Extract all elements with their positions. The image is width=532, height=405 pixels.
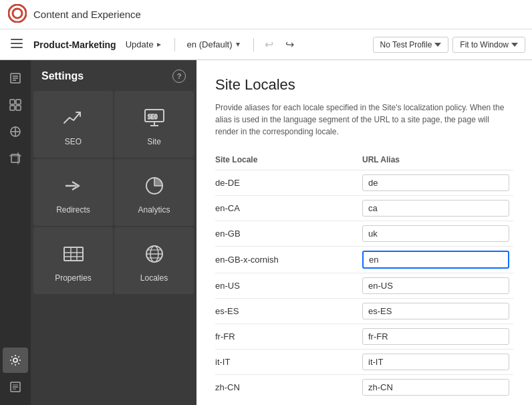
url-alias-input[interactable] — [362, 277, 509, 294]
main-layout: Settings ? SEO — [0, 60, 532, 405]
separator-1 — [174, 38, 175, 51]
table-row: fr-FR — [215, 324, 513, 350]
alias-cell — [362, 375, 513, 400]
locale-cell: de-DE — [215, 170, 362, 196]
table-row: en-CA — [215, 196, 513, 221]
sidebar-item-structure[interactable] — [3, 92, 28, 118]
svg-rect-2 — [11, 39, 23, 40]
properties-label: Properties — [55, 273, 92, 283]
sidebar-item-export[interactable] — [3, 374, 28, 400]
svg-rect-36 — [64, 247, 83, 261]
pie-chart-icon — [142, 174, 166, 200]
table-row: it-IT — [215, 350, 513, 375]
redo-button[interactable]: ↪ — [281, 35, 298, 53]
site-name: Product-Marketing — [33, 39, 116, 50]
alias-cell — [362, 324, 513, 350]
sidebar-item-settings[interactable] — [3, 348, 28, 373]
redirect-icon — [61, 174, 86, 200]
url-alias-input[interactable] — [362, 200, 509, 217]
content-description: Provide aliases for each locale specifie… — [215, 102, 509, 138]
svg-point-23 — [13, 358, 17, 362]
settings-tile-seo[interactable]: SEO — [33, 91, 113, 158]
fit-to-window-button[interactable]: Fit to Window — [452, 37, 525, 53]
url-alias-input[interactable] — [362, 251, 509, 269]
settings-help-button[interactable]: ? — [172, 70, 186, 83]
title-bar: Content and Experience — [0, 0, 532, 29]
app-logo — [8, 4, 27, 25]
alias-cell — [362, 247, 513, 273]
sidebar-item-crop[interactable] — [3, 146, 28, 171]
col-site-locale: Site Locale — [215, 151, 362, 170]
locale-cell: fr-FR — [215, 324, 362, 350]
url-alias-input[interactable] — [362, 225, 509, 242]
alias-cell — [362, 221, 513, 247]
table-icon — [61, 242, 86, 268]
redirects-label: Redirects — [56, 205, 90, 215]
settings-tile-redirects[interactable]: Redirects — [33, 159, 113, 226]
alias-cell — [362, 170, 513, 196]
menu-button[interactable] — [7, 35, 27, 54]
settings-tile-analytics[interactable]: Analytics — [114, 159, 194, 226]
settings-panel: Settings ? SEO — [31, 60, 196, 405]
table-row: es-ES — [215, 299, 513, 324]
svg-rect-16 — [16, 106, 21, 110]
sidebar-item-components[interactable] — [3, 119, 28, 144]
svg-point-1 — [13, 9, 22, 18]
locale-button[interactable]: en (Default) — [182, 37, 247, 52]
locale-cell: it-IT — [215, 350, 362, 375]
locale-cell: en-GB — [215, 221, 362, 247]
undo-button[interactable]: ↩ — [261, 35, 277, 53]
url-alias-input[interactable] — [362, 354, 509, 370]
analytics-label: Analytics — [138, 205, 170, 215]
table-row: en-US — [215, 273, 513, 299]
table-row: en-GB-x-cornish — [215, 247, 513, 273]
svg-marker-6 — [236, 43, 240, 47]
toolbar: Product-Marketing Update en (Default) ↩ … — [0, 29, 532, 60]
svg-marker-8 — [511, 43, 518, 47]
app-title: Content and Experience — [33, 9, 141, 20]
globe-icon — [142, 242, 166, 268]
update-button[interactable]: Update — [120, 37, 168, 52]
trending-up-icon — [61, 106, 86, 132]
table-row: de-DE — [215, 170, 513, 196]
svg-rect-4 — [11, 47, 23, 48]
locale-cell: zh-CN — [215, 375, 362, 400]
test-profile-button[interactable]: No Test Profile — [373, 37, 449, 53]
table-row: zh-CN — [215, 375, 513, 400]
svg-rect-15 — [10, 106, 15, 110]
svg-text:SEO: SEO — [148, 114, 158, 120]
locale-cell: en-GB-x-cornish — [215, 247, 362, 273]
col-url-alias: URL Alias — [362, 151, 513, 170]
locale-cell: es-ES — [215, 299, 362, 324]
svg-marker-7 — [434, 43, 441, 47]
svg-rect-13 — [10, 100, 15, 104]
url-alias-input[interactable] — [362, 303, 509, 319]
site-label: Site — [147, 137, 161, 146]
settings-title: Settings — [41, 70, 84, 82]
url-alias-input[interactable] — [362, 379, 509, 396]
settings-grid: SEO SEO Site — [31, 90, 196, 295]
sidebar-item-pages[interactable] — [3, 65, 28, 91]
alias-cell — [362, 350, 513, 375]
svg-rect-14 — [16, 100, 21, 104]
seo-label: SEO — [65, 137, 82, 146]
monitor-icon: SEO — [142, 106, 166, 132]
alias-cell — [362, 273, 513, 299]
settings-tile-site[interactable]: SEO Site — [114, 91, 194, 158]
separator-2 — [253, 38, 254, 51]
svg-point-0 — [9, 5, 26, 22]
svg-rect-3 — [11, 43, 23, 44]
locales-label: Locales — [140, 273, 168, 283]
content-area: Site Locales Provide aliases for each lo… — [196, 60, 532, 405]
alias-cell — [362, 299, 513, 324]
url-alias-input[interactable] — [362, 328, 509, 345]
locale-cell: en-CA — [215, 196, 362, 221]
table-row: en-GB — [215, 221, 513, 247]
locale-cell: en-US — [215, 273, 362, 299]
locale-table: Site Locale URL Alias de-DEen-CAen-GBen-… — [215, 151, 513, 400]
page-title: Site Locales — [215, 76, 513, 94]
settings-tile-locales[interactable]: Locales — [114, 227, 194, 294]
url-alias-input[interactable] — [362, 174, 509, 191]
alias-cell — [362, 196, 513, 221]
settings-tile-properties[interactable]: Properties — [33, 227, 113, 294]
